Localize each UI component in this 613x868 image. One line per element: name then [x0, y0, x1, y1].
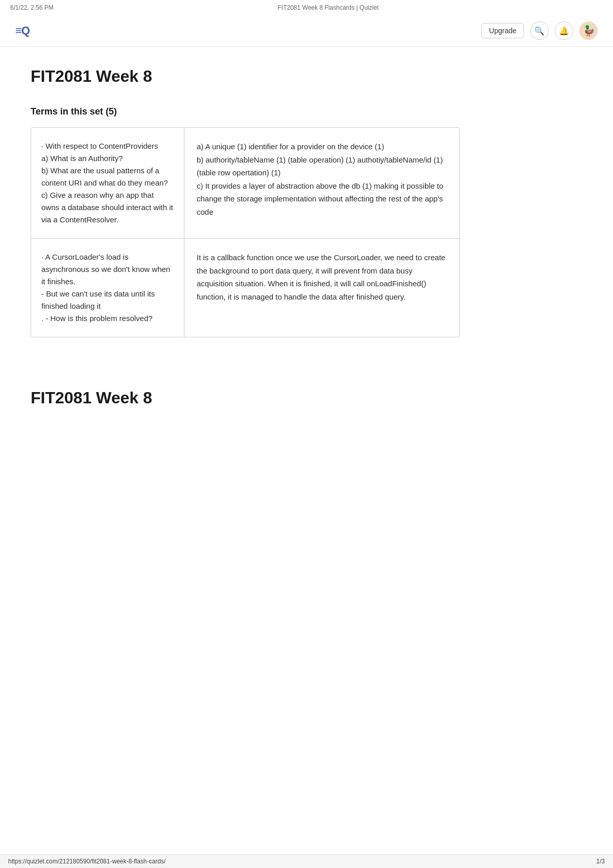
avatar[interactable]: 🦆 — [579, 21, 598, 40]
term-2: · A CursorLoader's load is asynchronous … — [31, 239, 184, 337]
tab-title: FIT2081 Week 8 Flashcards | Quizlet — [278, 4, 379, 11]
navbar: ≡Q Upgrade 🔍 🔔 🦆 — [0, 15, 613, 47]
logo-icon: ≡Q — [15, 24, 30, 37]
term-1: · With respect to ContentProviders a) Wh… — [31, 128, 184, 238]
logo[interactable]: ≡Q — [15, 24, 30, 37]
timestamp: 6/1/22, 2:56 PM — [10, 4, 54, 11]
page-title: FIT2081 Week 8 — [31, 67, 460, 86]
page-url: https://quizlet.com/212180590/fit2081-we… — [8, 858, 166, 865]
navbar-right: Upgrade 🔍 🔔 🦆 — [481, 21, 598, 40]
browser-bar: 6/1/22, 2:56 PM FIT2081 Week 8 Flashcard… — [0, 0, 613, 15]
main-content: FIT2081 Week 8 Terms in this set (5) · W… — [0, 47, 490, 389]
search-button[interactable]: 🔍 — [530, 21, 549, 40]
set-header: Terms in this set (5) — [31, 106, 460, 117]
table-row: · A CursorLoader's load is asynchronous … — [31, 239, 459, 337]
avatar-image: 🦆 — [582, 25, 595, 37]
table-row: · With respect to ContentProviders a) Wh… — [31, 128, 459, 239]
browser-bottom-bar: https://quizlet.com/212180590/fit2081-we… — [0, 854, 613, 868]
upgrade-button[interactable]: Upgrade — [481, 23, 524, 38]
bottom-section: FIT2081 Week 8 — [0, 389, 613, 407]
definition-1: a) A unique (1) identifier for a provide… — [184, 128, 459, 238]
search-icon: 🔍 — [534, 26, 545, 36]
notifications-button[interactable]: 🔔 — [555, 21, 573, 40]
bottom-title: FIT2081 Week 8 — [31, 389, 582, 407]
bell-icon: 🔔 — [559, 26, 569, 36]
flashcard-table: · With respect to ContentProviders a) Wh… — [31, 127, 460, 337]
definition-2: It is a callback function once we use th… — [184, 239, 459, 337]
pagination: 1/3 — [596, 858, 605, 865]
